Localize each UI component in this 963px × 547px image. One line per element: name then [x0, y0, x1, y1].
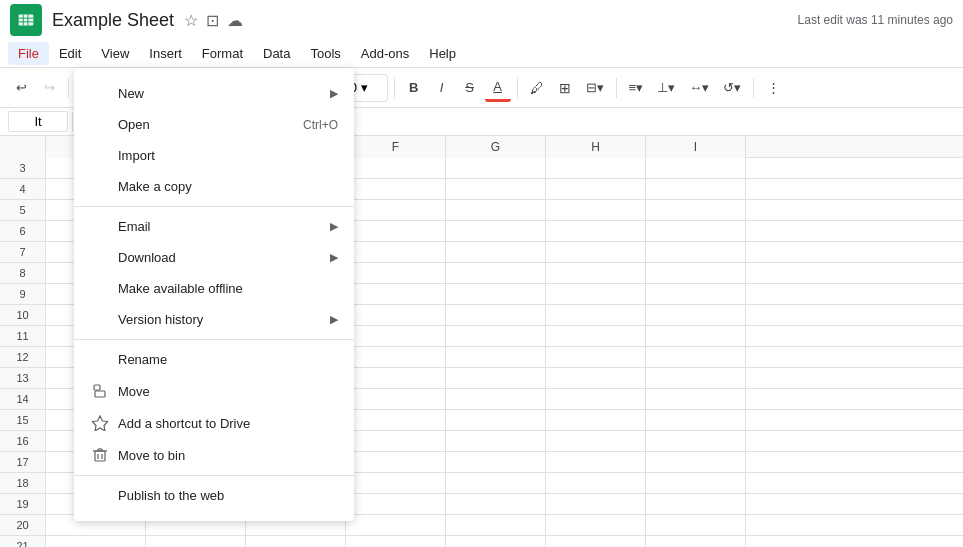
formula-separator — [72, 112, 73, 132]
svg-rect-6 — [94, 385, 100, 390]
cell-g3[interactable] — [446, 158, 546, 179]
cell-reference-box[interactable]: It — [8, 111, 68, 132]
corner-cell — [0, 136, 46, 158]
title-bar: Example Sheet ☆ ⊡ ☁ Last edit was 11 min… — [0, 0, 963, 40]
title-icon-group: ☆ ⊡ ☁ — [184, 11, 243, 30]
col-header-i[interactable]: I — [646, 136, 746, 158]
star-icon[interactable]: ☆ — [184, 11, 198, 30]
row-numbers: 3 4 5 6 7 8 9 10 11 12 13 14 15 16 17 18… — [0, 158, 46, 547]
row-num-7[interactable]: 7 — [0, 242, 45, 263]
menu-item-move[interactable]: Move — [74, 375, 354, 407]
row-num-5[interactable]: 5 — [0, 200, 45, 221]
toolbar-separator-1 — [68, 78, 69, 98]
svg-rect-1 — [19, 15, 34, 26]
cell-h3[interactable] — [546, 158, 646, 179]
menu-item-open[interactable]: Open Ctrl+O — [74, 109, 354, 140]
drive-shortcut-icon — [90, 415, 110, 431]
italic-button[interactable]: I — [429, 74, 455, 102]
fill-color-button[interactable]: 🖊 — [524, 74, 550, 102]
toolbar-separator-6 — [517, 78, 518, 98]
drive-folder-icon[interactable]: ⊡ — [206, 11, 219, 30]
row-num-8[interactable]: 8 — [0, 263, 45, 284]
menu-bar: File Edit View Insert Format Data Tools … — [0, 40, 963, 68]
file-menu-section-4: Publish to the web — [74, 476, 354, 515]
menu-item-move-to-bin[interactable]: Move to bin — [74, 439, 354, 471]
menu-item-addons[interactable]: Add-ons — [351, 42, 419, 65]
menu-item-new[interactable]: New ▶ — [74, 78, 354, 109]
table-row — [46, 536, 963, 547]
row-num-11[interactable]: 11 — [0, 326, 45, 347]
toolbar-separator-8 — [753, 78, 754, 98]
row-num-13[interactable]: 13 — [0, 368, 45, 389]
row-num-6[interactable]: 6 — [0, 221, 45, 242]
row-num-10[interactable]: 10 — [0, 305, 45, 326]
toolbar-separator-5 — [394, 78, 395, 98]
svg-rect-7 — [95, 391, 105, 397]
row-num-15[interactable]: 15 — [0, 410, 45, 431]
more-toolbar-button[interactable]: ⋮ — [760, 74, 786, 102]
document-title: Example Sheet — [52, 10, 174, 31]
merge-cells-button[interactable]: ⊟▾ — [580, 74, 610, 102]
row-num-14[interactable]: 14 — [0, 389, 45, 410]
menu-item-file[interactable]: File — [8, 42, 49, 65]
align-h-button[interactable]: ≡▾ — [623, 74, 650, 102]
submenu-arrow-icon: ▶ — [330, 251, 338, 264]
svg-rect-9 — [95, 451, 105, 461]
menu-item-edit[interactable]: Edit — [49, 42, 91, 65]
menu-item-insert[interactable]: Insert — [139, 42, 192, 65]
menu-item-publish[interactable]: Publish to the web — [74, 480, 354, 511]
file-menu-section-3: Rename Move Add a shortcut to Drive — [74, 340, 354, 476]
cloud-icon[interactable]: ☁ — [227, 11, 243, 30]
menu-item-email[interactable]: Email ▶ — [74, 211, 354, 242]
bold-button[interactable]: B — [401, 74, 427, 102]
wrap-button[interactable]: ↔▾ — [683, 74, 715, 102]
row-num-17[interactable]: 17 — [0, 452, 45, 473]
cell-i3[interactable] — [646, 158, 746, 179]
underline-button[interactable]: A — [485, 74, 511, 102]
strikethrough-button[interactable]: S — [457, 74, 483, 102]
menu-item-offline[interactable]: Make available offline — [74, 273, 354, 304]
row-num-20[interactable]: 20 — [0, 515, 45, 536]
cell-f3[interactable] — [346, 158, 446, 179]
col-header-h[interactable]: H — [546, 136, 646, 158]
font-size-dropdown-icon: ▾ — [361, 80, 368, 95]
align-v-button[interactable]: ⊥▾ — [651, 74, 681, 102]
row-num-9[interactable]: 9 — [0, 284, 45, 305]
submenu-arrow-icon: ▶ — [330, 313, 338, 326]
undo-button[interactable]: ↩ — [8, 74, 34, 102]
row-num-12[interactable]: 12 — [0, 347, 45, 368]
app-icon — [10, 4, 42, 36]
menu-item-download[interactable]: Download ▶ — [74, 242, 354, 273]
last-edit-label: Last edit was 11 minutes ago — [798, 13, 953, 27]
menu-item-help[interactable]: Help — [419, 42, 466, 65]
menu-item-tools[interactable]: Tools — [300, 42, 350, 65]
menu-item-add-shortcut[interactable]: Add a shortcut to Drive — [74, 407, 354, 439]
rotate-button[interactable]: ↺▾ — [717, 74, 747, 102]
row-num-16[interactable]: 16 — [0, 431, 45, 452]
row-num-4[interactable]: 4 — [0, 179, 45, 200]
menu-item-version-history[interactable]: Version history ▶ — [74, 304, 354, 335]
redo-button[interactable]: ↪ — [36, 74, 62, 102]
col-header-g[interactable]: G — [446, 136, 546, 158]
menu-item-rename[interactable]: Rename — [74, 344, 354, 375]
move-icon — [90, 383, 110, 399]
menu-item-data[interactable]: Data — [253, 42, 300, 65]
col-header-f[interactable]: F — [346, 136, 446, 158]
file-menu-section-2: Email ▶ Download ▶ Make available offlin… — [74, 207, 354, 340]
svg-marker-8 — [92, 416, 108, 431]
submenu-arrow-icon: ▶ — [330, 87, 338, 100]
row-num-3[interactable]: 3 — [0, 158, 45, 179]
menu-item-format[interactable]: Format — [192, 42, 253, 65]
menu-item-view[interactable]: View — [91, 42, 139, 65]
submenu-arrow-icon: ▶ — [330, 220, 338, 233]
bin-icon — [90, 447, 110, 463]
file-menu-section-1: New ▶ Open Ctrl+O Import Make a copy — [74, 74, 354, 207]
file-dropdown-menu: New ▶ Open Ctrl+O Import Make a copy Ema… — [74, 68, 354, 521]
row-num-18[interactable]: 18 — [0, 473, 45, 494]
row-num-21[interactable]: 21 — [0, 536, 45, 547]
borders-button[interactable]: ⊞ — [552, 74, 578, 102]
menu-item-import[interactable]: Import — [74, 140, 354, 171]
toolbar-separator-7 — [616, 78, 617, 98]
menu-item-make-copy[interactable]: Make a copy — [74, 171, 354, 202]
row-num-19[interactable]: 19 — [0, 494, 45, 515]
